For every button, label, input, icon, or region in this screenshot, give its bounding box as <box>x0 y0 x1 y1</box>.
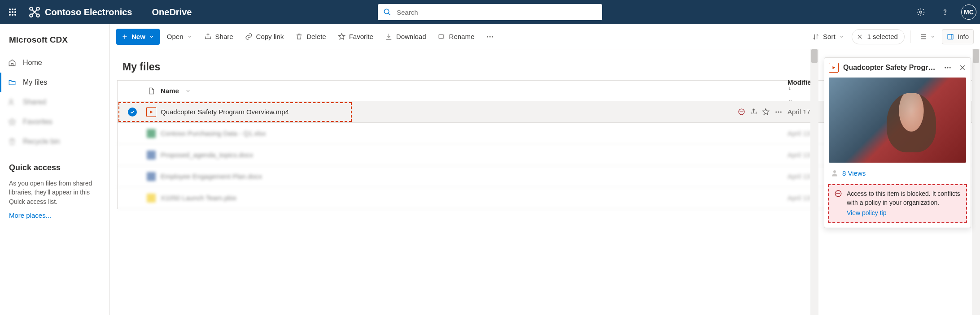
chevron-down-icon <box>839 34 844 39</box>
settings-icon[interactable] <box>913 4 929 20</box>
excel-file-icon <box>147 129 156 138</box>
download-button[interactable]: Download <box>381 29 431 45</box>
app-name[interactable]: OneDrive <box>152 7 192 17</box>
sort-button[interactable]: Sort <box>808 29 849 45</box>
open-label: Open <box>167 33 184 40</box>
tenant-name: Microsoft CDX <box>0 32 109 53</box>
warning-text: Access to this item is blocked. It confl… <box>847 190 960 206</box>
search-input[interactable] <box>396 8 597 17</box>
sidebar-item-home[interactable]: Home <box>0 53 109 73</box>
block-icon[interactable] <box>738 108 745 116</box>
svg-rect-22 <box>948 34 953 39</box>
page-scrollbar[interactable] <box>972 49 980 315</box>
svg-line-14 <box>388 13 390 15</box>
svg-point-17 <box>10 99 13 102</box>
views-link[interactable]: 8 Views <box>842 169 866 177</box>
account-avatar[interactable]: MC <box>961 4 976 20</box>
svg-point-5 <box>14 11 16 13</box>
sidebar-item-favorites[interactable]: Favorites <box>0 112 109 132</box>
details-more-icon[interactable] <box>944 64 952 72</box>
content-scrollbar[interactable] <box>810 49 818 315</box>
rename-icon <box>438 33 446 40</box>
info-pane-icon <box>947 33 954 40</box>
list-view-icon <box>919 33 928 41</box>
file-name[interactable]: X1050 Launch Team.pbix <box>161 194 236 202</box>
sidebar-item-myfiles[interactable]: My files <box>0 73 109 92</box>
star-icon <box>338 33 346 40</box>
toolbar-divider <box>910 30 910 43</box>
svg-point-26 <box>775 111 777 112</box>
favorite-row-icon[interactable] <box>762 108 770 116</box>
copylink-label: Copy link <box>256 33 284 40</box>
search-icon <box>383 8 391 16</box>
svg-point-16 <box>945 14 945 15</box>
delete-button[interactable]: Delete <box>291 29 330 45</box>
video-file-icon <box>146 107 156 117</box>
svg-point-19 <box>487 36 489 37</box>
favorite-label: Favorite <box>349 33 373 40</box>
more-places-link[interactable]: More places... <box>9 211 51 219</box>
view-options-button[interactable] <box>916 29 939 44</box>
svg-point-2 <box>14 9 16 10</box>
favorite-button[interactable]: Favorite <box>333 29 378 45</box>
file-name[interactable]: Contoso Purchasing Data - Q1.xlsx <box>161 129 266 137</box>
open-button[interactable]: Open <box>162 29 197 45</box>
sidebar-item-label: Favorites <box>23 118 52 126</box>
svg-point-21 <box>492 36 493 37</box>
svg-point-4 <box>12 11 13 13</box>
selection-count[interactable]: 1 selected <box>852 29 905 44</box>
svg-point-8 <box>14 14 16 16</box>
file-name[interactable]: Quadcopter Safety Program Overview.mp4 <box>161 108 289 116</box>
trash-icon <box>8 137 17 146</box>
clear-selection-icon[interactable] <box>857 34 863 40</box>
app-launcher-icon[interactable] <box>4 3 22 21</box>
file-name[interactable]: Employee Engagement Plan.docx <box>161 173 262 180</box>
share-row-icon[interactable] <box>750 108 757 116</box>
close-icon[interactable] <box>959 64 966 71</box>
details-pane-flyout: Quadcopter Safety Progr… 8 Views Access … <box>824 57 971 228</box>
column-name[interactable]: Name <box>161 87 729 95</box>
share-label: Share <box>215 33 233 40</box>
brand-logo-icon <box>29 6 40 18</box>
svg-point-3 <box>9 11 11 13</box>
brand-name: Contoso Electronics <box>45 7 132 17</box>
quick-access-description: As you open files from shared libraries,… <box>0 176 109 206</box>
info-label: Info <box>958 33 969 40</box>
new-button[interactable]: New <box>116 29 160 45</box>
file-name[interactable]: Proposed_agenda_topics.docx <box>161 151 253 159</box>
chevron-down-icon <box>930 34 936 39</box>
row-more-button[interactable] <box>770 108 788 116</box>
copylink-button[interactable]: Copy link <box>241 29 289 45</box>
svg-point-32 <box>833 170 836 173</box>
view-policy-tip-link[interactable]: View policy tip <box>847 209 886 218</box>
svg-point-12 <box>36 14 39 17</box>
blocked-icon <box>834 190 842 218</box>
person-icon <box>831 169 839 177</box>
info-button[interactable]: Info <box>942 29 974 44</box>
share-icon <box>204 33 212 40</box>
rename-label: Rename <box>449 33 475 40</box>
video-thumbnail[interactable] <box>829 78 966 163</box>
brand[interactable]: Contoso Electronics <box>26 6 135 18</box>
suite-header: Contoso Electronics OneDrive MC <box>0 0 980 24</box>
delete-icon <box>295 33 303 40</box>
svg-point-15 <box>920 11 922 13</box>
row-select-checkbox[interactable] <box>128 108 137 117</box>
more-commands-button[interactable] <box>481 29 499 45</box>
search-box[interactable] <box>378 4 602 20</box>
rename-button[interactable]: Rename <box>433 29 479 45</box>
share-button[interactable]: Share <box>200 29 238 45</box>
sort-label: Sort <box>823 33 836 40</box>
main-region: New Open Share Copy link Delete Fav <box>110 24 980 315</box>
avatar-initials: MC <box>964 9 974 16</box>
svg-point-0 <box>9 9 11 10</box>
sidebar-item-recyclebin[interactable]: Recycle bin <box>0 132 109 151</box>
star-icon <box>8 117 17 126</box>
svg-point-28 <box>780 111 782 112</box>
sidebar-item-shared[interactable]: Shared <box>0 92 109 112</box>
filetype-column-icon[interactable] <box>142 87 161 95</box>
help-icon[interactable] <box>937 4 953 20</box>
home-icon <box>8 58 17 67</box>
svg-point-6 <box>9 14 11 16</box>
new-label: New <box>131 33 145 40</box>
